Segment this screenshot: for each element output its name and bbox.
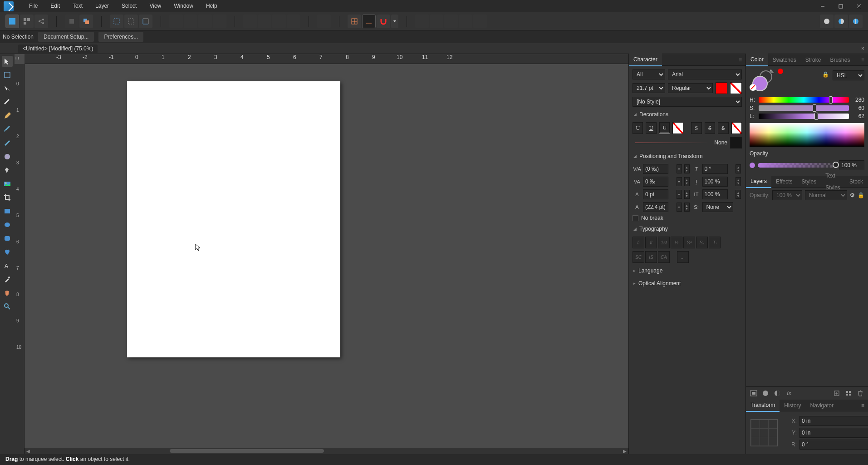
toolbar-view-single-icon[interactable]: [820, 15, 834, 28]
hscale-input[interactable]: [702, 177, 728, 187]
language-section[interactable]: ▸Language: [633, 266, 742, 276]
typo-subscript[interactable]: Sₐ: [696, 237, 708, 248]
typo-superscript[interactable]: Sᵃ: [683, 237, 695, 248]
color-tab[interactable]: Color: [746, 54, 768, 66]
shear-input[interactable]: [702, 164, 728, 174]
kerning-dropdown[interactable]: ▼: [677, 164, 682, 173]
transparency-tool[interactable]: [2, 165, 13, 176]
pencil-tool[interactable]: [2, 110, 13, 121]
character-tab[interactable]: Character: [629, 54, 662, 66]
baseline-input[interactable]: [643, 189, 668, 199]
canvas-page[interactable]: [127, 81, 340, 357]
toolbar-snap-dropdown-icon[interactable]: [391, 15, 398, 28]
app-mode-icon[interactable]: [5, 15, 19, 28]
color-mode-select[interactable]: HSL: [833, 70, 864, 80]
crop-tool[interactable]: [2, 192, 13, 203]
toolbar-snap-grid-icon[interactable]: [348, 15, 361, 28]
toolbar-align-right-icon[interactable]: [198, 15, 212, 28]
menu-view[interactable]: View: [143, 0, 167, 12]
menu-layer[interactable]: Layer: [89, 0, 115, 12]
typo-ligature-fi[interactable]: fi: [633, 237, 644, 248]
text-stroke-swatch[interactable]: [730, 82, 742, 94]
scroll-left-icon[interactable]: ◀: [26, 449, 30, 454]
brushes-tab[interactable]: Brushes: [825, 54, 854, 66]
menu-edit[interactable]: Edit: [44, 0, 66, 12]
toolbar-order-back-icon[interactable]: [65, 15, 78, 28]
color-field[interactable]: [750, 123, 864, 147]
toolbar-deselect-icon[interactable]: [124, 15, 138, 28]
leading-style-select[interactable]: None: [702, 202, 733, 212]
strike-color-swatch[interactable]: [731, 122, 742, 134]
underline-double-button[interactable]: U: [659, 122, 670, 134]
layer-list[interactable]: [746, 203, 868, 386]
layer-settings-icon[interactable]: ⚙: [850, 192, 855, 198]
kerning-stepper[interactable]: ▲▼: [684, 164, 690, 173]
preferences-button[interactable]: Preferences...: [98, 32, 143, 42]
color-well[interactable]: ✎: [750, 70, 777, 93]
delete-layer-icon[interactable]: [855, 389, 865, 398]
toolbar-boolean-add-icon[interactable]: [415, 15, 429, 28]
strike-none-button[interactable]: S: [691, 122, 701, 134]
x-input[interactable]: [799, 416, 868, 426]
toolbar-flip-v-icon[interactable]: [258, 15, 271, 28]
strike-single-button[interactable]: S: [705, 122, 715, 134]
stock-tab[interactable]: Stock: [845, 176, 868, 188]
positioning-section[interactable]: ◢Positioning and Transform: [633, 151, 742, 161]
toolbar-view-mirror-icon[interactable]: [849, 15, 863, 28]
toolbar-snap-baseline-icon[interactable]: [362, 15, 376, 28]
scroll-right-icon[interactable]: ▶: [623, 449, 627, 454]
text-style-select[interactable]: [No Style]: [633, 97, 742, 107]
menu-window[interactable]: Window: [167, 0, 200, 12]
layers-tab[interactable]: Layers: [746, 175, 771, 188]
rectangle-tool[interactable]: [2, 206, 13, 217]
text-fill-swatch[interactable]: [716, 82, 727, 94]
lit-slider[interactable]: [759, 114, 849, 119]
canvas-viewport[interactable]: in -3 -2 -1 0 1 2 3 4 5 6 7 8 9 10 11 12…: [15, 54, 628, 454]
typo-allsmall[interactable]: IS: [645, 251, 657, 263]
layer-fx-icon[interactable]: fx: [784, 389, 794, 398]
typography-section[interactable]: ◢Typography: [633, 224, 742, 234]
toolbar-rotate-ccw-icon[interactable]: [287, 15, 300, 28]
add-layer-icon[interactable]: [832, 389, 842, 398]
toolbar-flip-h-icon[interactable]: [243, 15, 257, 28]
menu-select[interactable]: Select: [115, 0, 143, 12]
toolbar-rotate-cw-icon[interactable]: [272, 15, 286, 28]
toolbar-align-center-icon[interactable]: [184, 15, 197, 28]
document-tab[interactable]: <Untitled> [Modified] (75.0%): [18, 45, 98, 53]
transform-tab[interactable]: Transform: [746, 399, 780, 412]
menu-file[interactable]: File: [23, 0, 44, 12]
hue-slider[interactable]: [759, 97, 849, 103]
toolbar-boolean-intersect-icon[interactable]: [444, 15, 458, 28]
typo-titling[interactable]: Tᵢ: [709, 237, 721, 248]
horizontal-scroll-thumb[interactable]: [170, 449, 324, 453]
fill-tool[interactable]: [2, 138, 13, 148]
menu-help[interactable]: Help: [200, 0, 224, 12]
anchor-selector[interactable]: [750, 419, 778, 446]
stroke-tab[interactable]: Stroke: [801, 54, 826, 66]
decorations-section[interactable]: ◢Decorations: [633, 109, 742, 119]
font-filter-select[interactable]: All: [633, 69, 665, 79]
gradient-tool[interactable]: [2, 151, 13, 162]
typo-ligature-fl[interactable]: fl: [645, 237, 657, 248]
typo-smallcaps[interactable]: SC: [633, 251, 644, 263]
window-minimize[interactable]: [814, 0, 832, 12]
shear-stepper[interactable]: ▲▼: [736, 164, 741, 173]
menu-text[interactable]: Text: [66, 0, 89, 12]
y-input[interactable]: [799, 428, 868, 438]
typo-fraction[interactable]: ½: [671, 237, 682, 248]
styles-tab[interactable]: Styles: [797, 176, 821, 188]
typo-more-button[interactable]: ...: [677, 251, 689, 263]
sat-slider[interactable]: [759, 105, 849, 111]
toolbar-boolean-divide-icon[interactable]: [473, 15, 487, 28]
toolbar-magnet-icon[interactable]: [377, 15, 390, 28]
text-tool[interactable]: A: [2, 260, 13, 271]
window-close[interactable]: [850, 0, 868, 12]
navigator-tab[interactable]: Navigator: [806, 400, 838, 411]
blend-mode-select[interactable]: Normal: [805, 190, 847, 200]
opacity-slider[interactable]: [758, 163, 836, 168]
color-panel-menu-icon[interactable]: ≡: [858, 57, 868, 63]
toolbar-align-left-icon[interactable]: [169, 15, 183, 28]
toolbar-select-all-icon[interactable]: [110, 15, 123, 28]
horizontal-scrollbar[interactable]: ◀ ▶: [25, 448, 628, 454]
underline-none-button[interactable]: U: [633, 122, 643, 134]
